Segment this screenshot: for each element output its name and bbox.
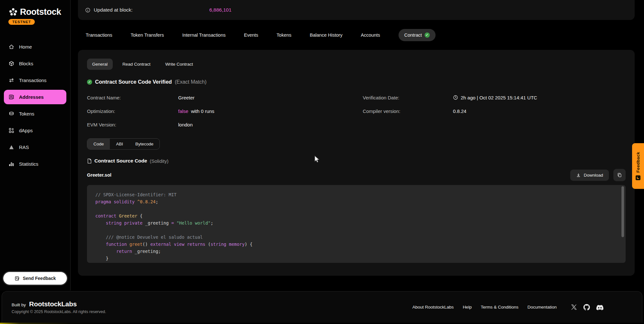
contract-subtabs: General Read Contract Write Contract <box>87 59 626 70</box>
footer-link-documentation[interactable]: Documentation <box>527 305 557 310</box>
source-code-language: (Solidity) <box>150 158 168 164</box>
verification-date-value: 2h ago | Oct 02 2025 15:14:41 UTC <box>453 95 537 100</box>
block-number-link[interactable]: 6,886,101 <box>209 7 232 13</box>
sidebar-item-statistics[interactable]: Statistics <box>4 157 66 171</box>
details-left-column: Contract Name: Greeter Optimization: fal… <box>87 91 350 131</box>
subtab-write-contract[interactable]: Write Contract <box>160 59 198 70</box>
code-scrollbar-thumb[interactable] <box>621 186 624 237</box>
note-pencil-icon <box>14 276 20 281</box>
testnet-badge: TESTNET <box>8 19 35 25</box>
contract-name-value: Greeter <box>178 95 195 100</box>
discord-icon[interactable] <box>596 304 603 310</box>
cube-icon <box>8 60 14 67</box>
tab-events[interactable]: Events <box>244 32 258 38</box>
toggle-code[interactable]: Code <box>87 139 110 149</box>
built-by-row: Built by RootstockLabs <box>12 300 106 308</box>
detail-row-evm-version: EVM Version: london <box>87 118 350 131</box>
rootstock-logo[interactable]: Rootstock <box>4 7 66 17</box>
sidebar-nav: Home Blocks Transactions Addresses <box>4 40 66 171</box>
swap-arrows-icon <box>8 77 14 83</box>
contract-name-label: Contract Name: <box>87 95 178 100</box>
verification-date-label: Verification Date: <box>363 95 453 100</box>
sidebar-item-dapps[interactable]: dApps <box>4 123 66 138</box>
triangle-icon <box>8 144 14 150</box>
file-row: Greeter.sol Download <box>87 169 626 181</box>
main-content: Updated at block: 6,886,101 Transactions… <box>71 0 644 291</box>
footer-link-terms[interactable]: Terms & Conditions <box>481 305 518 310</box>
sidebar-item-label: Blocks <box>19 61 33 66</box>
sidebar-item-addresses[interactable]: Addresses <box>4 90 66 104</box>
evm-version-value: london <box>178 122 193 127</box>
footer-branding: Built by RootstockLabs Copyright © 2025 … <box>12 300 106 314</box>
download-button[interactable]: Download <box>570 170 609 181</box>
footer-link-about[interactable]: About RootstockLabs <box>412 305 454 310</box>
sidebar-item-label: Addresses <box>19 94 44 100</box>
sidebar-item-label: dApps <box>19 128 33 133</box>
evm-version-label: EVM Version: <box>87 122 178 127</box>
tab-accounts[interactable]: Accounts <box>361 32 380 38</box>
verified-status-row: ✓ Contract Source Code Verified (Exact M… <box>87 79 626 85</box>
rootstock-flower-icon <box>8 7 18 17</box>
detail-row-contract-name: Contract Name: Greeter <box>87 91 350 104</box>
source-code-block: // SPDX-License-Identifier: MITpragma so… <box>87 185 626 263</box>
send-feedback-button[interactable]: Send Feedback <box>3 272 67 285</box>
sidebar-item-label: RAS <box>19 144 29 150</box>
feedback-chat-icon <box>636 175 640 180</box>
rootstocklabs-brand[interactable]: RootstockLabs <box>29 300 77 308</box>
github-icon[interactable] <box>583 304 590 310</box>
footer-link-help[interactable]: Help <box>463 305 472 310</box>
verified-subtitle: (Exact Match) <box>175 79 207 85</box>
toggle-abi[interactable]: ABI <box>110 139 129 149</box>
bar-chart-icon <box>8 161 14 167</box>
sidebar-item-label: Transactions <box>19 78 46 83</box>
footer-links: About RootstockLabs Help Terms & Conditi… <box>412 305 557 310</box>
footer: Built by RootstockLabs Copyright © 2025 … <box>2 291 642 323</box>
tab-tokens[interactable]: Tokens <box>277 32 292 38</box>
updated-at-block-card: Updated at block: 6,886,101 <box>78 0 635 20</box>
updated-at-block-label: Updated at block: <box>94 7 133 13</box>
code-view-toggle: Code ABI Bytecode <box>87 138 160 150</box>
contract-details: Contract Name: Greeter Optimization: fal… <box>87 91 626 131</box>
download-icon <box>576 173 581 178</box>
verified-check-icon: ✓ <box>87 79 92 85</box>
sidebar-item-home[interactable]: Home <box>4 40 66 54</box>
tab-contract[interactable]: Contract ✓ <box>399 29 436 41</box>
x-icon[interactable] <box>571 304 577 310</box>
sidebar: Rootstock TESTNET Home Blocks Transacti <box>0 0 71 291</box>
contract-panel: General Read Contract Write Contract ✓ C… <box>78 50 635 276</box>
sidebar-item-label: Statistics <box>19 161 38 167</box>
sidebar-item-transactions[interactable]: Transactions <box>4 73 66 88</box>
source-code-header: Contract Source Code (Solidity) <box>87 158 626 164</box>
tab-contract-label: Contract <box>404 32 422 38</box>
home-icon <box>8 44 14 50</box>
details-right-column: Verification Date: 2h ago | Oct 02 2025 … <box>363 91 626 131</box>
logo-text: Rootstock <box>20 7 61 17</box>
contact-card-icon <box>8 94 14 100</box>
sidebar-item-label: Tokens <box>19 111 34 116</box>
feedback-tab-label: Feedback <box>636 152 640 173</box>
app-shell: Rootstock TESTNET Home Blocks Transacti <box>0 0 644 291</box>
subtab-read-contract[interactable]: Read Contract <box>117 59 156 70</box>
source-filename: Greeter.sol <box>87 172 111 178</box>
clock-icon <box>453 95 458 100</box>
tab-balance-history[interactable]: Balance History <box>310 32 343 38</box>
tab-token-transfers[interactable]: Token Transfers <box>130 32 164 38</box>
optimization-value: false with 0 runs <box>178 108 214 114</box>
source-code-title: Contract Source Code <box>94 158 147 164</box>
copy-source-button[interactable] <box>613 169 626 181</box>
download-label: Download <box>584 173 603 178</box>
subtab-general[interactable]: General <box>87 59 113 70</box>
compiler-version-value: 0.8.24 <box>453 108 466 114</box>
sidebar-item-tokens[interactable]: Tokens <box>4 106 66 121</box>
tab-internal-transactions[interactable]: Internal Transactions <box>182 32 226 38</box>
tab-transactions[interactable]: Transactions <box>86 32 112 38</box>
info-icon <box>85 7 91 13</box>
detail-row-verification-date: Verification Date: 2h ago | Oct 02 2025 … <box>363 91 626 104</box>
sidebar-item-blocks[interactable]: Blocks <box>4 56 66 71</box>
feedback-side-tab[interactable]: Feedback <box>632 143 644 189</box>
toggle-bytecode[interactable]: Bytecode <box>129 139 159 149</box>
copyright-text: Copyright © 2025 RootstockLabs. All righ… <box>12 310 106 314</box>
footer-social <box>571 304 603 310</box>
code-content[interactable]: // SPDX-License-Identifier: MITpragma so… <box>95 191 617 262</box>
sidebar-item-ras[interactable]: RAS <box>4 140 66 154</box>
